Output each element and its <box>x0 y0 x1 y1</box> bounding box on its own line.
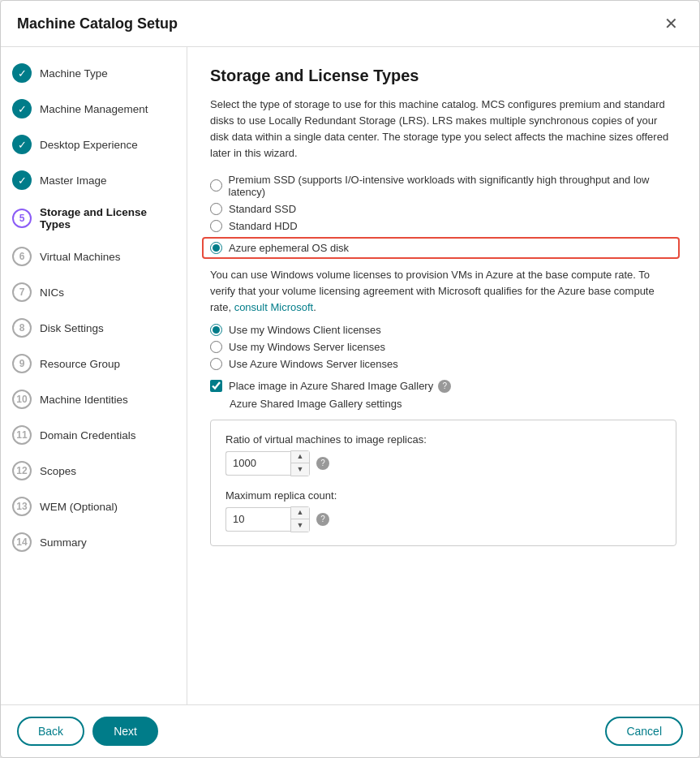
license-option-windows-server[interactable]: Use my Windows Server licenses <box>210 341 676 353</box>
step-5-number: 5 <box>19 213 25 224</box>
step-9-number: 9 <box>19 358 25 369</box>
license-description: You can use Windows volume licenses to p… <box>210 267 676 316</box>
ratio-label: Ratio of virtual machines to image repli… <box>225 433 661 446</box>
step-11-indicator: 11 <box>12 425 32 445</box>
max-replica-increment-button[interactable]: ▲ <box>291 507 309 519</box>
gallery-help-icon[interactable]: ? <box>438 380 451 393</box>
sidebar: ✓ Machine Type ✓ Machine Management ✓ De… <box>1 47 187 704</box>
sidebar-label-wem: WEM (Optional) <box>40 501 118 513</box>
standard-ssd-label: Standard SSD <box>229 203 296 215</box>
step-9-indicator: 9 <box>12 354 32 373</box>
sidebar-label-master-image: Master Image <box>40 174 107 187</box>
step-2-indicator: ✓ <box>12 99 32 118</box>
sidebar-item-wem[interactable]: 13 WEM (Optional) <box>1 489 187 524</box>
machine-catalog-dialog: Machine Catalog Setup ✕ ✓ Machine Type ✓… <box>0 0 700 758</box>
storage-radio-group: Premium SSD (supports I/O-intensive work… <box>210 174 676 259</box>
storage-description: Select the type of storage to use for th… <box>210 97 676 162</box>
step-8-indicator: 8 <box>12 318 32 338</box>
step-6-indicator: 6 <box>12 247 32 266</box>
sidebar-item-master-image[interactable]: ✓ Master Image <box>1 162 187 198</box>
checkmark-icon-3: ✓ <box>18 139 27 151</box>
step-13-number: 13 <box>16 501 27 512</box>
checkmark-icon-4: ✓ <box>18 174 27 187</box>
step-4-indicator: ✓ <box>12 170 32 190</box>
sidebar-label-resource-group: Resource Group <box>40 358 120 370</box>
azure-windows-server-radio[interactable] <box>210 358 222 370</box>
premium-ssd-radio[interactable] <box>210 179 222 192</box>
sidebar-label-machine-management: Machine Management <box>40 103 148 115</box>
sidebar-item-summary[interactable]: 14 Summary <box>1 524 187 560</box>
sidebar-label-summary: Summary <box>40 536 87 549</box>
step-14-indicator: 14 <box>12 532 32 552</box>
sidebar-label-machine-identities: Machine Identities <box>40 394 128 406</box>
gallery-settings-label: Azure Shared Image Gallery settings <box>230 398 676 410</box>
storage-option-azure-ephemeral[interactable]: Azure ephemeral OS disk <box>202 237 680 259</box>
step-13-indicator: 13 <box>12 497 32 516</box>
azure-ephemeral-radio[interactable] <box>210 242 222 254</box>
main-content: Storage and License Types Select the typ… <box>187 47 699 704</box>
sidebar-item-machine-management[interactable]: ✓ Machine Management <box>1 91 187 127</box>
ratio-field: Ratio of virtual machines to image repli… <box>225 433 661 476</box>
sidebar-item-resource-group[interactable]: 9 Resource Group <box>1 346 187 381</box>
footer-left-buttons: Back Next <box>17 717 158 746</box>
storage-option-standard-hdd[interactable]: Standard HDD <box>210 220 676 232</box>
windows-server-radio[interactable] <box>210 341 222 353</box>
ratio-input[interactable] <box>225 451 290 476</box>
cancel-button[interactable]: Cancel <box>605 717 683 746</box>
close-button[interactable]: ✕ <box>659 14 683 33</box>
sidebar-item-desktop-experience[interactable]: ✓ Desktop Experience <box>1 127 187 162</box>
consult-microsoft-link[interactable]: consult Microsoft <box>234 301 314 313</box>
sidebar-label-storage-license: Storage and License Types <box>40 206 175 230</box>
storage-option-standard-ssd[interactable]: Standard SSD <box>210 203 676 215</box>
max-replica-spinner-buttons: ▲ ▼ <box>290 506 310 532</box>
sidebar-item-machine-type[interactable]: ✓ Machine Type <box>1 55 187 91</box>
sidebar-label-disk-settings: Disk Settings <box>40 322 104 334</box>
step-7-number: 7 <box>19 286 25 298</box>
next-button[interactable]: Next <box>92 717 158 746</box>
windows-server-label: Use my Windows Server licenses <box>229 341 385 353</box>
back-button[interactable]: Back <box>17 717 84 746</box>
sidebar-label-virtual-machines: Virtual Machines <box>40 251 121 263</box>
sidebar-item-scopes[interactable]: 12 Scopes <box>1 453 187 489</box>
ratio-decrement-button[interactable]: ▼ <box>291 463 309 476</box>
gallery-settings-box: Ratio of virtual machines to image repli… <box>210 420 676 546</box>
step-8-number: 8 <box>19 322 25 334</box>
step-3-indicator: ✓ <box>12 135 32 154</box>
sidebar-item-storage-license[interactable]: 5 Storage and License Types <box>1 198 187 239</box>
gallery-checkbox-row[interactable]: Place image in Azure Shared Image Galler… <box>210 380 676 393</box>
license-option-azure-windows-server[interactable]: Use Azure Windows Server licenses <box>210 358 676 370</box>
storage-option-premium-ssd[interactable]: Premium SSD (supports I/O-intensive work… <box>210 174 676 198</box>
ratio-spinner: ▲ ▼ ? <box>225 450 661 476</box>
step-1-indicator: ✓ <box>12 63 32 83</box>
section-title: Storage and License Types <box>210 67 676 85</box>
license-option-windows-client[interactable]: Use my Windows Client licenses <box>210 324 676 336</box>
sidebar-label-nics: NICs <box>40 286 64 299</box>
max-replica-help-icon[interactable]: ? <box>316 513 329 526</box>
sidebar-item-disk-settings[interactable]: 8 Disk Settings <box>1 310 187 346</box>
max-replica-field: Maximum replica count: ▲ ▼ ? <box>225 489 661 532</box>
windows-client-radio[interactable] <box>210 324 222 336</box>
ratio-increment-button[interactable]: ▲ <box>291 451 309 463</box>
sidebar-label-machine-type: Machine Type <box>40 67 108 80</box>
standard-ssd-radio[interactable] <box>210 203 222 215</box>
step-10-indicator: 10 <box>12 390 32 409</box>
ratio-help-icon[interactable]: ? <box>316 457 329 470</box>
standard-hdd-radio[interactable] <box>210 220 222 232</box>
step-14-number: 14 <box>16 536 27 548</box>
step-6-number: 6 <box>19 251 25 262</box>
max-replica-spinner: ▲ ▼ ? <box>225 506 661 532</box>
sidebar-item-domain-credentials[interactable]: 11 Domain Credentials <box>1 417 187 453</box>
step-12-number: 12 <box>16 465 27 476</box>
step-12-indicator: 12 <box>12 461 32 480</box>
ratio-spinner-buttons: ▲ ▼ <box>290 450 310 476</box>
sidebar-item-virtual-machines[interactable]: 6 Virtual Machines <box>1 239 187 274</box>
sidebar-label-scopes: Scopes <box>40 465 76 477</box>
sidebar-item-nics[interactable]: 7 NICs <box>1 274 187 310</box>
checkmark-icon-2: ✓ <box>18 103 27 115</box>
gallery-checkbox[interactable] <box>210 380 222 392</box>
sidebar-label-domain-credentials: Domain Credentials <box>40 429 136 441</box>
max-replica-decrement-button[interactable]: ▼ <box>291 519 309 532</box>
max-replica-input[interactable] <box>225 507 290 532</box>
sidebar-item-machine-identities[interactable]: 10 Machine Identities <box>1 381 187 417</box>
dialog-title: Machine Catalog Setup <box>17 15 178 32</box>
